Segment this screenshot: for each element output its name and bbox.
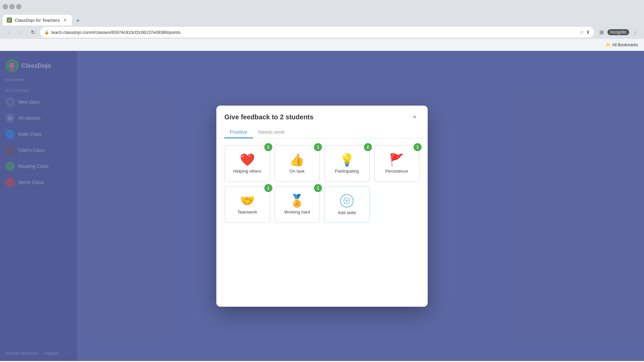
menu-btn[interactable]: ⋮ [631,27,640,37]
modal-title: Give feedback to 2 students [224,113,314,121]
skill-label-persistence: Persistence [385,169,408,174]
window-maximize-btn[interactable]: ⬜ [9,4,15,9]
skill-label-on-task: On task [289,169,305,174]
skill-card-add-skills[interactable]: Add skills [324,186,370,223]
skill-label-participating: Participating [335,169,359,174]
download-icon[interactable]: ⬇ [586,29,590,35]
back-btn[interactable]: ‹ [4,27,13,37]
tab-title: ClassDojo for Teachers [15,18,60,23]
skill-badge-working-hard: 1 [314,184,322,192]
incognito-badge: Incognito [607,29,629,35]
skill-emoji-on-task: 👍 [289,154,305,166]
modal-close-btn[interactable]: × [410,112,420,122]
skill-badge-on-task: 1 [314,143,322,151]
skill-badge-participating: 2 [364,143,372,151]
folder-icon: 📁 [606,43,611,47]
skill-card-persistence[interactable]: 1 🚩 Persistence [374,145,420,182]
skill-badge-persistence: 1 [414,143,422,151]
skill-emoji-persistence: 🚩 [389,154,404,166]
modal-header: Give feedback to 2 students × [216,106,428,126]
forward-btn[interactable]: › [16,27,25,37]
skill-label-add-skills: Add skills [338,210,356,215]
tab-favicon: 🎯 [7,17,12,23]
skill-card-on-task[interactable]: 1 👍 On task [274,145,320,182]
skill-card-participating[interactable]: 2 💡 Participating [324,145,370,182]
skill-badge-helping-others: 1 [264,143,272,151]
window-close-btn[interactable]: ✕ [16,4,21,9]
feedback-modal: Give feedback to 2 students × Positive N… [216,106,428,307]
skill-card-helping-others[interactable]: 1 ❤️ Helping others [224,145,270,182]
tab-close-btn[interactable]: ✕ [62,17,68,23]
tab-positive[interactable]: Positive [224,126,253,138]
skill-emoji-helping-others: ❤️ [240,154,255,166]
window-minimize-btn[interactable]: — [3,4,8,9]
skill-label-teamwork: Teamwork [237,209,257,215]
modal-tabs: Positive Needs work [216,126,428,138]
skill-label-helping-others: Helping others [233,169,261,174]
modal-overlay: Give feedback to 2 students × Positive N… [0,51,644,361]
skill-card-teamwork[interactable]: 1 🤝 Teamwork [224,186,270,223]
skills-grid: 1 ❤️ Helping others 1 👍 On task 2 💡 Part… [216,138,428,230]
skill-card-working-hard[interactable]: 1 🏅 Working hard [274,186,320,223]
skill-emoji-teamwork: 🤝 [240,195,255,207]
star-icon[interactable]: ☆ [580,29,584,35]
tab-needs-work[interactable]: Needs work [253,126,290,138]
url-text: teach.classdojo.com/#/classes/65974c810c… [51,30,578,35]
address-bar[interactable]: 🔒 teach.classdojo.com/#/classes/65974c81… [40,27,594,38]
skill-emoji-working-hard: 🏅 [289,195,305,207]
skill-badge-teamwork: 1 [264,184,272,192]
extensions-icon[interactable]: ⊞ [597,27,606,37]
add-skill-icon [340,194,354,207]
browser-tab-active[interactable]: 🎯 ClassDojo for Teachers ✕ [3,15,72,25]
bookmarks-label: All Bookmarks [612,43,638,47]
skill-label-working-hard: Working hard [284,209,310,215]
bookmarks-folder[interactable]: 📁 All Bookmarks [604,42,640,48]
skill-emoji-participating: 💡 [339,154,355,166]
incognito-label: Incognito [610,30,627,35]
lock-icon: 🔒 [44,30,49,35]
reload-btn[interactable]: ↻ [28,27,38,37]
new-tab-btn[interactable]: + [73,16,83,25]
